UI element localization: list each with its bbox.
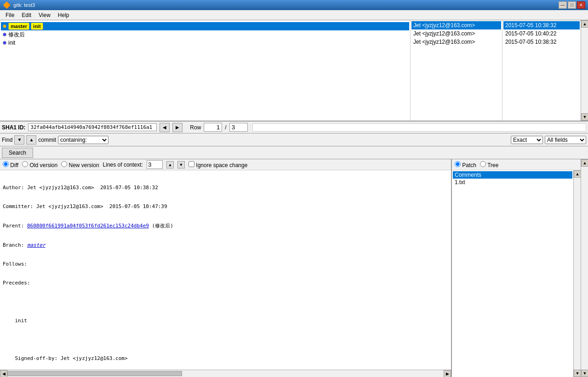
old-version-radio-label[interactable]: Old version <box>22 161 57 168</box>
ignore-label: Ignore space change <box>196 162 247 168</box>
menubar: File Edit View Help <box>0 10 588 20</box>
titlebar-controls[interactable]: — □ ✕ <box>559 1 585 9</box>
tree-selected-item[interactable]: Comments <box>453 171 572 179</box>
date-text: 2015-07-05 10:38:32 <box>505 22 556 29</box>
init-branch-tag[interactable]: init <box>31 23 43 30</box>
tree-content[interactable]: Comments 1.txt <box>452 170 573 377</box>
context-down-button[interactable]: ▼ <box>177 161 185 168</box>
date-row[interactable]: 2015-07-05 10:38:32 <box>503 21 580 29</box>
date-row[interactable]: 2015-07-05 10:40:22 <box>503 29 580 38</box>
scroll-right-arrow[interactable]: ▶ <box>444 370 451 377</box>
titlebar: 🔶 gitk: test3 — □ ✕ <box>0 0 588 10</box>
commit-row[interactable]: master init <box>1 22 409 30</box>
context-input[interactable] <box>147 160 163 169</box>
old-version-label: Old version <box>29 162 57 168</box>
tree-scrollbar[interactable]: ▲ ▼ <box>573 170 581 377</box>
tree-panel: Patch Tree Comments 1.txt ▲ ▼ <box>452 159 581 377</box>
diff-radio[interactable] <box>3 161 9 167</box>
diff-scroll-down[interactable]: ▼ <box>581 370 588 377</box>
commit-row[interactable]: init <box>1 39 409 47</box>
allfields-select[interactable]: All fields <box>545 136 586 144</box>
sha-row: SHA1 ID: ◀ ▶ Row / <box>0 122 588 133</box>
old-version-radio[interactable] <box>22 161 28 167</box>
sha-input[interactable] <box>28 123 157 131</box>
titlebar-left: 🔶 gitk: test3 <box>3 1 35 9</box>
dot-icon <box>3 24 6 28</box>
patch-radio-label[interactable]: Patch <box>455 161 476 168</box>
master-branch-tag[interactable]: master <box>8 23 29 30</box>
signoff-line: Signed-off-by: Jet <jyzjyz12@163.com> <box>3 355 448 362</box>
ignore-space-checkbox[interactable] <box>188 161 194 167</box>
diff-vscrollbar[interactable]: ▲ ▼ <box>581 159 588 377</box>
maximize-button[interactable]: □ <box>568 1 576 9</box>
close-button[interactable]: ✕ <box>577 1 585 9</box>
new-version-radio-label[interactable]: New version <box>61 161 99 168</box>
diff-scroll-up[interactable]: ▲ <box>581 159 588 167</box>
diff-content[interactable]: Author: Jet <jyzjyz12@163.com> 2015-07-0… <box>0 170 451 370</box>
minimize-button[interactable]: — <box>559 1 567 9</box>
diff-radio-label[interactable]: Diff <box>3 161 18 168</box>
menu-help[interactable]: Help <box>54 11 73 19</box>
commit-authors: Jet <jyzjyz12@163.com> Jet <jyzjyz12@163… <box>411 20 502 121</box>
menu-file[interactable]: File <box>2 11 18 19</box>
containing-select[interactable]: containing: <box>58 136 108 144</box>
search-button[interactable]: Search <box>2 148 33 158</box>
commit-label: commit <box>38 137 56 143</box>
commit-scrollbar[interactable]: ▲ ▼ <box>581 20 588 121</box>
scroll-down-arrow[interactable]: ▼ <box>581 113 588 121</box>
find-bar-spacer <box>252 123 586 132</box>
patch-tree-toggle: Patch Tree <box>452 159 581 170</box>
commit-row[interactable]: 修改后 <box>1 30 409 39</box>
author-text: Jet <jyzjyz12@163.com> <box>413 22 475 29</box>
author-text: Jet <jyzjyz12@163.com> <box>413 39 475 45</box>
tree-scroll-track <box>574 178 581 370</box>
tree-scroll-up[interactable]: ▲ <box>574 170 581 178</box>
exact-select[interactable]: Exact <box>511 136 543 144</box>
context-up-button[interactable]: ▲ <box>166 161 174 168</box>
scroll-left-arrow[interactable]: ◀ <box>0 370 7 377</box>
parent-hash-link[interactable]: 860800f661991a04f053f6fd261ec153c24db4e9 <box>27 223 149 229</box>
tree-radio[interactable] <box>480 161 486 167</box>
content-area: Diff Old version New version Lines of co… <box>0 159 588 377</box>
date-text: 2015-07-05 10:40:22 <box>505 30 556 37</box>
branch-line: Branch: master <box>3 242 448 249</box>
menu-view[interactable]: View <box>35 11 54 19</box>
author-row[interactable]: Jet <jyzjyz12@163.com> <box>411 29 501 38</box>
row-current-input[interactable] <box>204 123 222 132</box>
blank-line2 <box>3 336 448 343</box>
branch-link[interactable]: master <box>27 242 46 248</box>
tree-item[interactable]: 1.txt <box>453 179 572 186</box>
sha-back-button[interactable]: ◀ <box>160 123 170 132</box>
diff-hscrollbar[interactable]: ◀ ▶ <box>0 370 451 377</box>
commit-message: init <box>8 40 15 46</box>
scroll-up-arrow[interactable]: ▲ <box>581 20 588 28</box>
find-up-button[interactable]: ▲ <box>26 135 36 145</box>
parent-line: Parent: 860800f661991a04f053f6fd261ec153… <box>3 222 448 230</box>
date-text: 2015-07-05 10:38:32 <box>505 39 556 45</box>
diff-options-bar: Diff Old version New version Lines of co… <box>0 159 451 170</box>
tree-radio-label[interactable]: Tree <box>480 161 498 168</box>
sha-forward-button[interactable]: ▶ <box>172 123 183 132</box>
author-row[interactable]: Jet <jyzjyz12@163.com> <box>411 21 501 29</box>
find-down-button[interactable]: ▼ <box>14 135 24 145</box>
date-row[interactable]: 2015-07-05 10:38:32 <box>503 38 580 46</box>
ignore-space-label[interactable]: Ignore space change <box>188 161 247 168</box>
commit-graph[interactable]: master init 修改后 init <box>0 20 411 121</box>
menu-edit[interactable]: Edit <box>18 11 35 19</box>
scroll-track[interactable] <box>7 370 444 377</box>
tree-label: Tree <box>487 162 498 168</box>
patch-label: Patch <box>462 162 476 168</box>
row-total-input <box>229 123 248 132</box>
diff-label: Diff <box>10 162 18 168</box>
scroll-track <box>581 28 588 113</box>
find-label: Find <box>2 137 12 143</box>
author-row[interactable]: Jet <jyzjyz12@163.com> <box>411 38 501 46</box>
blank-line <box>3 298 448 305</box>
follows-line: Follows: <box>3 261 448 267</box>
committer-line: Committer: Jet <jyzjyz12@163.com> 2015-0… <box>3 203 448 210</box>
tree-scroll-down[interactable]: ▼ <box>574 370 581 377</box>
main-container: master init 修改后 init Jet <jyzjyz12@163.c… <box>0 20 588 377</box>
new-version-radio[interactable] <box>61 161 67 167</box>
patch-radio[interactable] <box>455 161 461 167</box>
commit-area: master init 修改后 init Jet <jyzjyz12@163.c… <box>0 20 588 122</box>
